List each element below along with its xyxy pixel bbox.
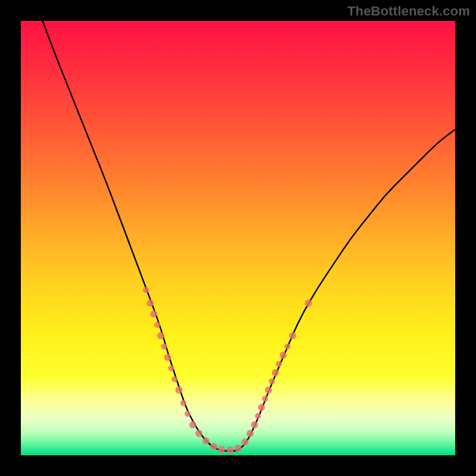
data-dot	[171, 376, 177, 382]
data-dot	[262, 396, 268, 402]
plot-area	[21, 21, 455, 455]
data-dot	[242, 439, 249, 446]
data-dot	[227, 446, 234, 453]
data-dot	[269, 378, 275, 384]
data-dot	[265, 387, 272, 394]
data-dot	[189, 421, 196, 428]
data-dot	[157, 332, 164, 339]
data-dot	[147, 300, 154, 307]
data-dot	[164, 354, 171, 361]
curve-layer	[21, 21, 455, 455]
data-dot	[276, 361, 282, 367]
data-dot	[210, 443, 217, 450]
data-dot	[246, 430, 253, 437]
data-dot	[154, 322, 160, 328]
data-dot	[184, 411, 190, 417]
watermark-text: TheBottleneck.com	[347, 4, 470, 19]
data-dot	[305, 300, 312, 307]
data-dot	[280, 352, 287, 359]
chart-container: TheBottleneck.com	[0, 0, 476, 476]
data-dot	[176, 387, 183, 394]
data-dot	[143, 287, 149, 293]
data-dot	[284, 344, 290, 350]
data-dot	[272, 369, 279, 376]
data-dot	[258, 404, 265, 411]
bottleneck-curve	[43, 21, 456, 451]
data-dot	[234, 444, 242, 452]
data-dot	[289, 332, 296, 339]
data-dot	[150, 311, 157, 318]
data-dot	[161, 344, 167, 350]
data-dot	[202, 437, 209, 444]
data-dot	[255, 413, 261, 419]
data-dot	[251, 421, 258, 428]
data-dot	[180, 400, 186, 406]
data-dot	[218, 446, 225, 453]
data-dot	[168, 365, 174, 371]
data-dot	[195, 430, 202, 437]
